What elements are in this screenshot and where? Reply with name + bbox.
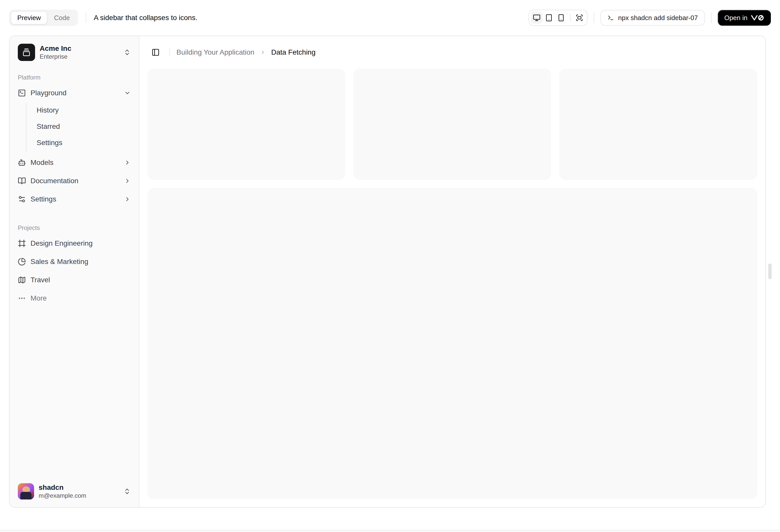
mobile-toggle-button[interactable]	[555, 12, 567, 23]
user-avatar	[18, 483, 34, 499]
chevrons-up-down-icon	[124, 488, 131, 495]
placeholder-box-large	[147, 188, 757, 499]
main-header: Building Your Application Data Fetching	[139, 36, 765, 68]
sidebar-item-sales-marketing[interactable]: Sales & Marketing	[14, 254, 135, 270]
view-tab-group: Preview Code	[9, 10, 78, 26]
breadcrumb-parent-link[interactable]: Building Your Application	[177, 48, 254, 56]
fullscreen-icon	[576, 14, 583, 21]
user-menu[interactable]: shadcn m@example.com	[14, 480, 135, 503]
open-in-v0-button[interactable]: Open in	[718, 10, 771, 25]
v0-logo-icon	[751, 15, 764, 21]
sidebar-item-models[interactable]: Models	[14, 155, 135, 171]
platform-menu: Playground History Starred Settings Mode…	[14, 85, 135, 209]
placeholder-box	[353, 68, 551, 180]
user-name: shadcn	[39, 483, 119, 492]
terminal-icon	[607, 14, 614, 21]
toolbar-divider	[594, 12, 594, 23]
sidebar-item-settings[interactable]: Settings	[14, 191, 135, 207]
team-name: Acme Inc	[40, 44, 119, 53]
playground-submenu: History Starred Settings	[26, 103, 135, 152]
monitor-icon	[533, 14, 540, 21]
tab-preview[interactable]: Preview	[11, 11, 47, 24]
header-divider	[169, 48, 170, 56]
sidebar-toggle-button[interactable]	[148, 45, 163, 59]
sidebar-group-label-projects: Projects	[14, 224, 135, 232]
tab-code[interactable]: Code	[47, 11, 76, 24]
sidebar-item-label: Settings	[31, 195, 56, 203]
breadcrumb-chevron-icon	[260, 50, 266, 55]
component-preview-page: Preview Code A sidebar that collapses to…	[0, 0, 780, 532]
page-scrollbar-thumb[interactable]	[768, 263, 772, 279]
copy-command-button[interactable]: npx shadcn add sidebar-07	[600, 10, 705, 25]
toolbar-right: npx shadcn add sidebar-07 Open in	[529, 10, 771, 26]
placeholder-row	[147, 68, 757, 180]
sidebar-item-design-engineering[interactable]: Design Engineering	[14, 235, 135, 252]
device-size-toggle-group	[529, 10, 588, 26]
placeholder-box	[559, 68, 757, 180]
sidebar-item-more[interactable]: More	[14, 290, 135, 306]
bot-icon	[18, 159, 26, 167]
sidebar-item-label: Design Engineering	[31, 239, 93, 248]
command-text: npx shadcn add sidebar-07	[618, 14, 698, 22]
desktop-toggle-button[interactable]	[531, 12, 542, 23]
main-panel: Building Your Application Data Fetching	[139, 36, 765, 507]
breadcrumb-current-page: Data Fetching	[271, 48, 315, 56]
toolbar: Preview Code A sidebar that collapses to…	[0, 0, 780, 36]
gallery-vertical-end-icon	[22, 48, 31, 56]
device-group-separator	[570, 14, 571, 21]
chevron-down-icon	[124, 90, 131, 96]
team-plan: Enterprise	[40, 53, 119, 60]
frame-icon	[18, 239, 26, 248]
settings-2-icon	[18, 195, 26, 203]
chevron-right-icon	[124, 159, 131, 166]
projects-menu: Design Engineering Sales & Marketing Tra…	[14, 235, 135, 308]
sidebar-item-label: Playground	[31, 89, 66, 97]
sidebar-item-label: Documentation	[31, 177, 78, 185]
sidebar-item-label: More	[31, 294, 47, 302]
toolbar-divider	[86, 13, 86, 23]
smartphone-icon	[557, 14, 565, 21]
book-open-icon	[18, 177, 26, 185]
component-description: A sidebar that collapses to icons.	[94, 14, 198, 22]
sidebar-subitem-history[interactable]: History	[27, 103, 135, 117]
sidebar-item-label: Travel	[31, 276, 50, 284]
sidebar-group-label-platform: Platform	[14, 73, 135, 82]
sidebar-item-label: Models	[31, 159, 53, 167]
team-text: Acme Inc Enterprise	[40, 44, 119, 60]
sidebar-demo-card: Acme Inc Enterprise Platform Playground …	[9, 36, 766, 508]
user-text: shadcn m@example.com	[39, 483, 119, 499]
team-logo	[18, 44, 35, 61]
content-area	[139, 68, 765, 507]
sidebar-item-documentation[interactable]: Documentation	[14, 173, 135, 189]
user-email: m@example.com	[39, 492, 119, 499]
sidebar-item-playground[interactable]: Playground	[14, 85, 135, 101]
chevron-right-icon	[124, 196, 131, 203]
sidebar-item-travel[interactable]: Travel	[14, 272, 135, 288]
team-switcher[interactable]: Acme Inc Enterprise	[14, 40, 135, 64]
map-icon	[18, 276, 26, 284]
sidebar-subitem-settings[interactable]: Settings	[27, 136, 135, 150]
sidebar-item-label: Sales & Marketing	[31, 258, 88, 266]
open-in-label: Open in	[724, 14, 747, 22]
toolbar-divider	[711, 12, 712, 23]
chevrons-up-down-icon	[124, 49, 131, 56]
panel-left-icon	[151, 48, 160, 56]
tablet-toggle-button[interactable]	[543, 12, 555, 23]
app-sidebar: Acme Inc Enterprise Platform Playground …	[10, 36, 139, 507]
sidebar-subitem-starred[interactable]: Starred	[27, 119, 135, 134]
chevron-right-icon	[124, 177, 131, 184]
placeholder-box	[147, 68, 345, 180]
square-terminal-icon	[18, 89, 26, 97]
tablet-icon	[545, 14, 553, 21]
pie-chart-icon	[18, 258, 26, 266]
ellipsis-icon	[18, 294, 26, 302]
fullscreen-button[interactable]	[574, 12, 585, 23]
next-section-divider	[0, 530, 780, 532]
